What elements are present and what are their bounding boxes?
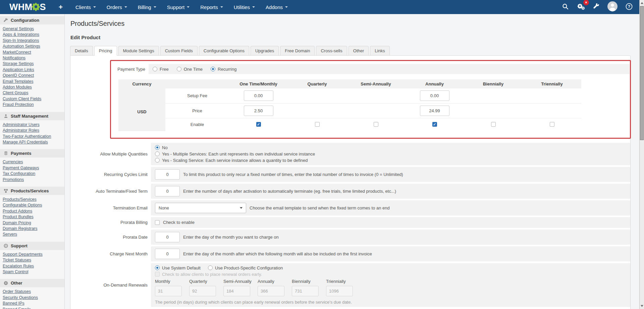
auto-terminate-fixed-term-input[interactable]	[155, 186, 180, 196]
enable-triennially-checkbox[interactable]	[550, 122, 554, 127]
sidebar-item-custom-client-fields[interactable]: Custom Client Fields	[3, 96, 62, 102]
sidebar-item-application-links[interactable]: Application Links	[3, 67, 62, 73]
radio-icon[interactable]	[211, 67, 215, 71]
tab-configurable-options[interactable]: Configurable Options	[199, 46, 249, 55]
sidebar-item-email-templates[interactable]: Email Templates	[3, 79, 62, 84]
sidebar-item-notifications[interactable]: Notifications	[3, 55, 62, 61]
sidebar-item-general-settings[interactable]: General Settings	[3, 26, 62, 32]
tab-pricing[interactable]: Pricing	[94, 46, 117, 56]
enable-biennially-checkbox[interactable]	[491, 122, 496, 127]
nav-item-support[interactable]: Support	[162, 1, 195, 14]
tab-other[interactable]: Other	[348, 46, 369, 55]
on-demand-renewals-option-1[interactable]: Use Product-Specific Configuration	[208, 265, 283, 270]
radio-icon[interactable]	[208, 265, 213, 270]
setup-fee-annually-input[interactable]	[420, 90, 449, 101]
sidebar-item-payment-gateways[interactable]: Payment Gateways	[3, 165, 62, 171]
nav-item-addons[interactable]: Addons	[260, 1, 293, 14]
prorata-billing-checkbox[interactable]	[155, 220, 160, 225]
nav-item-billing[interactable]: Billing	[132, 1, 162, 14]
enable-semi-annually-checkbox[interactable]	[374, 122, 378, 127]
tab-custom-fields[interactable]: Custom Fields	[160, 46, 198, 55]
account-avatar[interactable]	[607, 1, 618, 13]
radio-icon[interactable]	[155, 265, 160, 270]
tab-details[interactable]: Details	[70, 46, 93, 55]
sidebar-item-administrator-roles[interactable]: Administrator Roles	[3, 128, 62, 133]
wrench-icon[interactable]	[593, 3, 599, 11]
sidebar-item-administrator-users[interactable]: Administrator Users	[3, 122, 62, 128]
sidebar-item-two-factor-authentication[interactable]: Two-Factor Authentication	[3, 134, 62, 139]
help-icon[interactable]: ?	[626, 3, 633, 11]
tab-free-domain[interactable]: Free Domain	[280, 46, 315, 55]
sidebar-item-domain-pricing[interactable]: Domain Pricing	[3, 220, 62, 226]
charge-next-month-input[interactable]	[155, 249, 180, 259]
scrollbar-thumb[interactable]	[640, 6, 644, 140]
scroll-down-arrow[interactable]	[641, 305, 643, 307]
sidebar-item-domain-registrars[interactable]: Domain Registrars	[3, 226, 62, 232]
allow-multiple-quantities-option-1[interactable]: Yes - Multiple Services: Each unit repre…	[155, 151, 315, 157]
sidebar-item-marketconnect[interactable]: MarketConnect	[3, 50, 62, 55]
radio-icon[interactable]	[155, 158, 160, 163]
nav-item-orders[interactable]: Orders	[101, 1, 132, 14]
sidebar-item-product-bundles[interactable]: Product Bundles	[3, 214, 62, 220]
sidebar-item-servers[interactable]: Servers	[3, 232, 62, 237]
window-scrollbar[interactable]	[639, 0, 644, 309]
radio-icon[interactable]	[155, 145, 160, 150]
whmcs-logo[interactable]: WHM S	[9, 2, 46, 13]
sidebar-item-product-addons[interactable]: Product Addons	[3, 208, 62, 214]
search-icon[interactable]	[562, 3, 569, 11]
sidebar-item-spam-control[interactable]: Spam Control	[3, 269, 62, 275]
sidebar-item-support-departments[interactable]: Support Departments	[3, 252, 62, 257]
sidebar-item-tax-configuration[interactable]: Tax Configuration	[3, 171, 62, 177]
recurring-cycles-limit-input[interactable]	[155, 169, 180, 180]
payment-type-option-free[interactable]: Free	[153, 67, 169, 72]
sidebar-item-security-questions[interactable]: Security Questions	[3, 295, 62, 301]
tab-cross-sells[interactable]: Cross-sells	[316, 46, 347, 55]
sidebar-item-addon-modules[interactable]: Addon Modules	[3, 84, 62, 90]
chevron-down-icon	[285, 6, 288, 8]
sidebar-item-order-statuses[interactable]: Order Statuses	[3, 289, 62, 295]
sidebar-item-banned-ips[interactable]: Banned IPs	[3, 301, 62, 306]
scroll-up-arrow[interactable]	[641, 2, 643, 4]
setup-fee-one-time-monthly-input[interactable]	[244, 90, 273, 101]
tab-links[interactable]: Links	[370, 46, 389, 55]
sidebar-item-products-services[interactable]: Products/Services	[3, 197, 62, 202]
radio-icon[interactable]	[155, 151, 160, 156]
allow-multiple-quantities-option-2[interactable]: Yes - Scaling Service: Each service inst…	[155, 158, 308, 163]
sidebar-item-client-groups[interactable]: Client Groups	[3, 90, 62, 96]
sidebar-item-sign-in-integrations[interactable]: Sign-In Integrations	[3, 38, 62, 44]
sidebar-item-escalation-rules[interactable]: Escalation Rules	[3, 263, 62, 269]
nav-item-utilities[interactable]: Utilities	[228, 1, 260, 14]
enable-one-time-monthly-checkbox[interactable]	[256, 122, 261, 127]
automation-notifications-icon[interactable]: ×	[577, 3, 585, 11]
prorata-date-input[interactable]	[155, 232, 180, 242]
top-navbar: WHM S + Clients Orders Billing Support R…	[0, 0, 644, 14]
add-new-button[interactable]: +	[56, 3, 65, 11]
sidebar-item-ticket-statuses[interactable]: Ticket Statuses	[3, 257, 62, 263]
tab-upgrades[interactable]: Upgrades	[251, 46, 279, 55]
chevron-down-icon	[240, 207, 243, 209]
price-annually-input[interactable]	[420, 106, 449, 116]
allow-multiple-quantities-option-0[interactable]: No	[155, 145, 168, 150]
radio-icon[interactable]	[177, 67, 181, 71]
price-one-time-monthly-input[interactable]	[244, 106, 273, 116]
termination-email-select[interactable]: None	[155, 203, 246, 213]
nav-item-reports[interactable]: Reports	[195, 1, 228, 14]
sidebar-item-banned-emails[interactable]: Banned Emails	[3, 307, 62, 309]
sidebar-item-promotions[interactable]: Promotions	[3, 177, 62, 183]
payment-type-option-one-time[interactable]: One Time	[177, 67, 203, 72]
sidebar-item-currencies[interactable]: Currencies	[3, 159, 62, 165]
nav-item-clients[interactable]: Clients	[70, 1, 101, 14]
sidebar-item-apps-integrations[interactable]: Apps & Integrations	[3, 32, 62, 38]
enable-quarterly-checkbox[interactable]	[315, 122, 320, 127]
enable-annually-checkbox[interactable]	[432, 122, 437, 127]
on-demand-renewals-option-0[interactable]: Use System Default	[155, 265, 201, 270]
sidebar-item-openid-connect[interactable]: OpenID Connect	[3, 73, 62, 78]
payment-type-option-recurring[interactable]: Recurring	[211, 67, 236, 72]
sidebar-item-configurable-options[interactable]: Configurable Options	[3, 202, 62, 208]
radio-icon[interactable]	[153, 67, 157, 71]
sidebar-item-manage-api-credentials[interactable]: Manage API Credentials	[3, 139, 62, 145]
sidebar-item-storage-settings[interactable]: Storage Settings	[3, 61, 62, 67]
sidebar-item-fraud-protection[interactable]: Fraud Protection	[3, 102, 62, 108]
tab-module-settings[interactable]: Module Settings	[118, 46, 159, 55]
sidebar-item-automation-settings[interactable]: Automation Settings	[3, 44, 62, 49]
